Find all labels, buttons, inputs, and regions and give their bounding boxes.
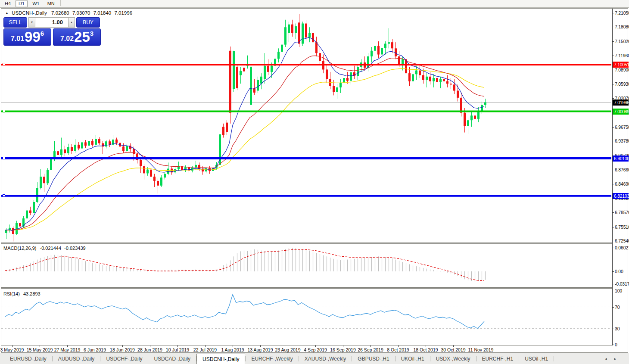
date-tick-label: 26 Sep 2019 [358, 347, 383, 352]
level-endpoint-marker[interactable] [3, 63, 5, 65]
date-tick-mark [150, 345, 150, 347]
one-click-trade-panel: SELL ▼ 1.00 ▲ BUY 7.01 99 6 7.02 25 3 [3, 17, 101, 46]
date-tick-label: 16 Sep 2019 [330, 347, 356, 352]
rsi-tick-label: 0 [615, 342, 617, 347]
tab-xauusd-weekly[interactable]: XAUUSD-,Weekly [299, 353, 352, 364]
candle-body [467, 120, 469, 126]
price-tick-mark [612, 84, 614, 84]
candle-body [295, 26, 297, 33]
chart-expand-icon[interactable]: ▲ [5, 11, 9, 15]
tab-eurchf-weekly[interactable]: EURCHF-,Weekly [246, 353, 298, 364]
candle-body [146, 170, 149, 174]
level-endpoint-marker[interactable] [3, 157, 5, 159]
candle-body [315, 42, 318, 53]
tab-usoil-h1[interactable]: USOil-,H1 [519, 353, 554, 364]
candle-body [470, 115, 473, 120]
volume-input[interactable]: 1.00 [35, 17, 68, 28]
tab-scroll-left-icon[interactable]: ◄ [604, 357, 607, 361]
macd-panel-canvas [1, 243, 611, 288]
macd-label: MACD(12,26,9) -0.021444 -0.023439 [3, 246, 86, 251]
spinner-up-icon: ▲ [70, 21, 73, 24]
chart-ohlc-header: ▲ USDCNH-,Daily 7.02680 7.03070 7.01840 … [5, 10, 132, 16]
candle-body [50, 159, 52, 170]
price-tick-label: 6.87660 [615, 167, 629, 172]
candle-body [426, 77, 428, 80]
tab-usdchf-daily[interactable]: USDCHF-,Daily [100, 353, 148, 364]
volume-decrease-button[interactable]: ▼ [28, 17, 35, 28]
candle-body [336, 87, 338, 92]
timeframe-button-w1[interactable]: W1 [29, 0, 43, 7]
candle-body [226, 123, 228, 132]
date-tick-label: 30 Oct 2019 [441, 347, 465, 352]
buy-price-prefix: 7.02 [60, 35, 74, 43]
candle-body [281, 45, 283, 52]
candle-body [60, 149, 62, 155]
candle-body [457, 90, 459, 97]
date-tick-label: 3 May 2019 [0, 347, 24, 352]
rsi-name: RSI(14) [3, 291, 20, 296]
tab-usdx-weekly[interactable]: USDX-,Weekly [430, 353, 476, 364]
candle-body [271, 66, 273, 72]
candle-body [429, 77, 431, 81]
date-tick-mark [343, 345, 343, 347]
tab-usdcnh-daily[interactable]: USDCNH-,Daily [196, 354, 245, 364]
ohlc-close: 7.01996 [114, 10, 132, 16]
symbol-tabbar: EURUSD-,DailyAUDUSD-,DailyUSDCHF-,DailyU… [0, 353, 629, 364]
buy-price-big: 25 [74, 30, 90, 44]
price-tick-mark [612, 227, 614, 227]
buy-price-button[interactable]: 7.02 25 3 [53, 28, 101, 46]
candle-body [243, 68, 245, 72]
timeframe-button-h4[interactable]: H4 [2, 0, 14, 7]
tab-ukoil-h1[interactable]: UKOil-,H1 [395, 353, 430, 364]
candle-body [381, 48, 383, 54]
tab-usdcad-daily[interactable]: USDCAD-,Daily [148, 353, 196, 364]
price-tick-mark [612, 13, 614, 13]
candle-body [305, 24, 307, 38]
buy-button[interactable]: BUY [76, 17, 100, 28]
candle-body [81, 142, 83, 148]
candle-body [5, 230, 7, 233]
candle-body [29, 211, 31, 213]
candle-body [219, 134, 221, 165]
panel-splitter-rsi[interactable] [1, 287, 613, 288]
date-tick-label: 23 Aug 2019 [275, 347, 301, 352]
candle-body [408, 73, 411, 81]
timeframe-button-d1[interactable]: D1 [16, 0, 28, 7]
candle-body [19, 223, 21, 227]
timeframe-button-mn[interactable]: MN [44, 0, 58, 7]
rsi-tick-label: 30 [615, 326, 620, 331]
tab-gbpusd-h1[interactable]: GBPUSD-,H1 [352, 353, 395, 364]
macd-value-1: -0.021444 [40, 246, 61, 251]
level-endpoint-marker[interactable] [3, 194, 5, 197]
candle-body [446, 81, 448, 84]
sell-price-button[interactable]: 7.01 99 6 [3, 28, 51, 46]
candle-body [343, 78, 345, 83]
tab-eurchf-h1[interactable]: EURCHF-,H1 [476, 353, 519, 364]
candle-body [453, 84, 455, 90]
panel-splitter-macd[interactable] [1, 243, 613, 243]
tab-eurusd-daily[interactable]: EURUSD-,Daily [4, 353, 52, 364]
candle-body [91, 141, 93, 145]
rsi-label: RSI(14) 43.2893 [3, 291, 40, 296]
date-tick-label: 28 Jun 2019 [137, 347, 162, 352]
ohlc-open: 7.02680 [51, 10, 69, 16]
date-tick-mark [371, 345, 371, 347]
rsi-tick-mark [612, 307, 614, 308]
date-tick-mark [122, 345, 123, 347]
date-tick-mark [453, 345, 454, 347]
level-endpoint-marker[interactable] [3, 110, 5, 112]
tab-scroll-right-icon[interactable]: ► [613, 357, 617, 361]
candle-body [402, 59, 404, 64]
price-tick-mark [612, 27, 614, 27]
volume-increase-button[interactable]: ▲ [68, 17, 75, 28]
date-axis[interactable]: 3 May 201915 May 201927 May 20196 Jun 20… [1, 345, 613, 353]
candle-body [236, 67, 238, 88]
date-tick-mark [95, 345, 95, 347]
sell-button[interactable]: SELL [3, 17, 27, 28]
candle-body [229, 51, 231, 113]
date-tick-mark [233, 345, 233, 347]
candle-body [126, 146, 128, 151]
tab-audusd-daily[interactable]: AUDUSD-,Daily [53, 353, 100, 364]
candle-body [250, 67, 252, 105]
macd-value-2: -0.023439 [64, 246, 86, 251]
